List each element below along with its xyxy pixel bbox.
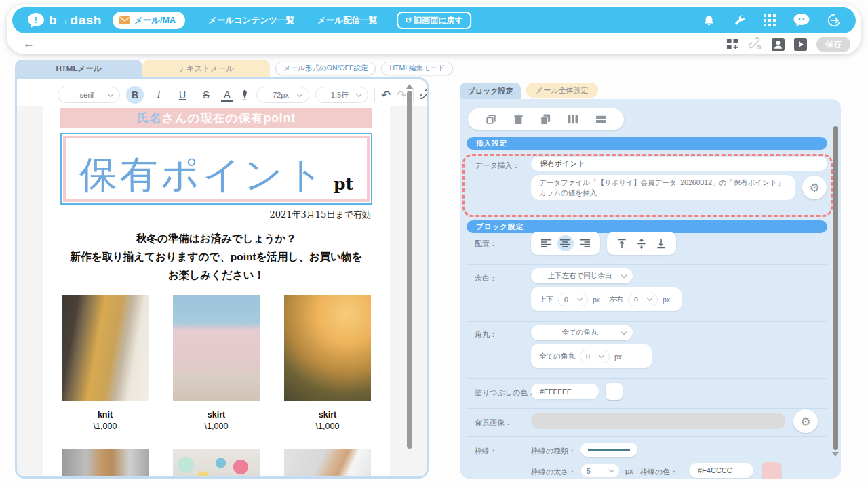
preview-person-icon[interactable]	[772, 38, 785, 51]
tab-text-mail[interactable]: テキストメール	[142, 60, 270, 77]
align-left-icon[interactable]	[538, 235, 554, 251]
save-button[interactable]: 保存	[816, 37, 850, 52]
preview-play-icon[interactable]	[794, 38, 807, 51]
border-type-label: 枠線の種類：	[531, 446, 576, 456]
insert-settings-header: 挿入設定	[467, 137, 827, 150]
product-badge[interactable]: メール/MA	[113, 12, 185, 29]
border-type-select[interactable]	[580, 443, 637, 457]
valign-middle-icon[interactable]	[633, 235, 650, 251]
align-center-icon[interactable]	[557, 235, 574, 251]
mail-format-onoff-button[interactable]: メール形式のON/OFF設定	[275, 62, 376, 75]
valign-top-icon[interactable]	[614, 235, 630, 251]
chevron-down-icon	[647, 296, 652, 301]
radius-label: 角丸：	[475, 329, 497, 340]
scrollbar-thumb[interactable]	[407, 91, 412, 449]
line-height-select[interactable]: 1.5行	[315, 87, 368, 103]
settings-wrench-icon[interactable]	[733, 14, 746, 27]
nav-mail-delivery[interactable]: メール配信一覧	[317, 15, 377, 26]
radius-mode-select[interactable]: 全ての角丸	[531, 325, 633, 340]
align-right-icon[interactable]	[577, 235, 593, 251]
delete-trash-icon[interactable]	[513, 114, 524, 125]
font-family-select[interactable]: serif	[58, 87, 120, 103]
settings-panel: 挿入設定 データ挿入： 保有ポイント データファイル「【サポサイ】会員データ_2…	[460, 99, 841, 479]
bg-image-label: 背景画像：	[475, 418, 512, 428]
brand-logo[interactable]: ! b→dash	[27, 12, 102, 28]
settings-scrollbar[interactable]	[831, 102, 840, 476]
navbar: ! b→dash メール/MA メールコンテンツ一覧 メール配信一覧 ↺ 旧画面…	[12, 7, 856, 33]
email-document[interactable]: 氏名さんの現在の保有point 保有ポイント pt 2021年3月15日まで有効…	[43, 106, 390, 476]
apps-grid-icon[interactable]	[764, 14, 776, 26]
product-image-skirt	[173, 295, 260, 401]
border-width-select[interactable]: 5	[580, 464, 620, 478]
tab-mail-overall-settings[interactable]: メール全体設定	[526, 83, 598, 98]
email-scrollbar[interactable]	[406, 81, 414, 476]
logout-icon[interactable]	[827, 14, 841, 27]
return-old-ui-button[interactable]: ↺ 旧画面に戻す	[397, 12, 471, 29]
product-image-coat	[62, 449, 149, 476]
margin-label: 余白：	[475, 273, 497, 283]
email-body-text[interactable]: 秋冬の準備はお済みでしょうか？ 新作を取り揃えておりますので、pointを活用し…	[60, 229, 372, 284]
border-color-swatch[interactable]	[762, 462, 781, 479]
body-line: 秋冬の準備はお済みでしょうか？	[60, 229, 372, 247]
html-edit-mode-button[interactable]: HTML編集モード	[381, 62, 453, 75]
underline-button[interactable]: U	[174, 86, 191, 104]
fill-color-swatch[interactable]	[606, 383, 623, 400]
svg-text:!: !	[35, 15, 38, 25]
email-header-bar[interactable]: 氏名さんの現在の保有point	[60, 108, 372, 128]
assistant-mascot-icon[interactable]	[793, 14, 810, 27]
strikethrough-button[interactable]: S	[197, 86, 215, 104]
radius-select[interactable]: 0	[580, 350, 610, 363]
bg-image-gear-button[interactable]: ⚙	[793, 409, 818, 433]
border-color-input[interactable]: #F4CCCC	[689, 463, 753, 478]
data-insert-input[interactable]: 保有ポイント	[531, 157, 827, 171]
radius-value: 0	[586, 352, 590, 361]
align-label: 配置：	[475, 239, 497, 249]
columns-layout-icon[interactable]	[568, 115, 578, 124]
divider	[467, 436, 827, 437]
italic-button[interactable]: I	[150, 86, 167, 104]
bold-button[interactable]: B	[126, 86, 144, 104]
rows-layout-icon[interactable]	[595, 115, 606, 124]
margin-lr-select[interactable]: 0	[628, 293, 658, 306]
divider	[467, 321, 827, 322]
chevron-down-icon	[356, 91, 361, 96]
expiry-date-text[interactable]: 2021年3月15日まで有効	[60, 209, 372, 221]
product-price: \1,000	[284, 422, 371, 431]
scrollbar-thumb[interactable]	[833, 126, 838, 450]
line-height-value: 1.5行	[331, 90, 349, 100]
notifications-bell-icon[interactable]	[703, 14, 715, 27]
radius-values-card: 全ての角丸 0 px	[531, 344, 652, 368]
tab-block-settings[interactable]: ブロック設定	[460, 83, 521, 99]
selected-data-block[interactable]: 保有ポイント pt	[60, 133, 372, 205]
chevron-down-icon	[621, 272, 627, 277]
tab-html-mail[interactable]: HTMLメール	[15, 60, 142, 77]
blocks-add-icon[interactable]	[726, 38, 739, 51]
scroll-up-arrow-icon[interactable]	[406, 84, 413, 89]
product-price: \1,000	[173, 422, 260, 431]
highlighter-icon[interactable]	[239, 89, 250, 101]
divider	[467, 408, 827, 409]
mail-icon	[119, 16, 130, 24]
body-line: 新作を取り揃えておりますので、pointを活用し、お買い物を	[60, 247, 372, 266]
margin-tb-select[interactable]: 0	[558, 293, 588, 306]
scroll-down-arrow-icon[interactable]	[832, 452, 839, 457]
unit-px: px	[625, 467, 633, 475]
product-card[interactable]: skirt \1,000	[284, 295, 371, 431]
duplicate-icon[interactable]	[486, 114, 496, 125]
product-card[interactable]: knit \1,000	[62, 295, 149, 431]
border-line-sample	[588, 449, 630, 451]
undo-icon[interactable]: ↶	[381, 88, 391, 102]
link-icon[interactable]	[420, 89, 429, 101]
nav-mail-contents[interactable]: メールコンテンツ一覧	[208, 15, 294, 26]
back-arrow-button[interactable]: ←	[23, 37, 35, 51]
data-insert-description: データファイル「【サポサイ】会員データ_20260312」の「保有ポイント」カラ…	[531, 175, 795, 200]
product-card[interactable]: skirt \1,000	[173, 295, 260, 431]
fill-color-input[interactable]: #FFFFFF	[531, 384, 599, 399]
copy-icon[interactable]	[540, 114, 551, 125]
valign-bottom-icon[interactable]	[653, 235, 669, 251]
link-disabled-icon[interactable]	[749, 37, 762, 51]
font-color-button[interactable]: A	[221, 88, 233, 102]
font-size-select[interactable]: 72px	[256, 87, 309, 103]
data-insert-gear-button[interactable]: ⚙	[802, 176, 827, 199]
margin-mode-select[interactable]: 上下左右で同じ余白	[531, 268, 633, 283]
